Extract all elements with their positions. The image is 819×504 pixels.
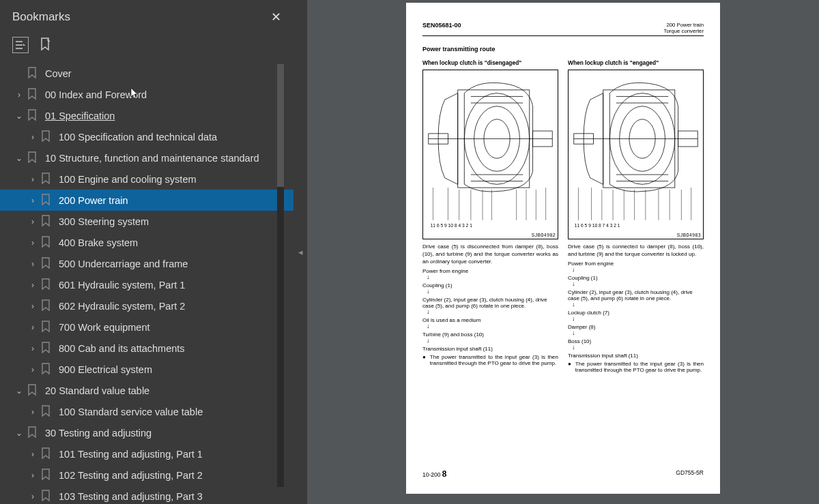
- bookmark-item[interactable]: ⌄20 Standard value table: [0, 380, 293, 401]
- chevron-icon[interactable]: ›: [29, 449, 37, 459]
- right-diagram: 11 6 5 9 10 8 7 4 3 2 1 SJB04983: [568, 70, 704, 239]
- bookmark-icon: [41, 321, 52, 334]
- bookmark-item[interactable]: ›100 Engine and cooling system: [0, 168, 293, 190]
- scrollbar-thumb[interactable]: [277, 64, 284, 187]
- bookmark-item[interactable]: Cover: [0, 63, 293, 84]
- bookmark-label: 500 Undercarriage and frame: [59, 258, 188, 269]
- flow-step: Damper (8): [568, 324, 704, 330]
- bookmark-item[interactable]: ›100 Standard service value table: [0, 401, 293, 422]
- flow-step: Coupling (1): [568, 275, 704, 281]
- page-header: SEN05681-00 200 Power train Torque conve…: [422, 22, 704, 36]
- chevron-icon[interactable]: ›: [29, 259, 37, 269]
- page-footer: 10-200 8 GD755-5R: [422, 469, 704, 479]
- sidebar-toolbar: [0, 33, 293, 60]
- chevron-icon[interactable]: ⌄: [15, 153, 23, 163]
- left-subhead: When lockup clutch is "disengaged": [422, 59, 558, 66]
- bookmark-label: 800 Cab and its attachments: [59, 343, 185, 354]
- chevron-icon[interactable]: ›: [29, 301, 37, 311]
- bookmark-icon: [41, 405, 52, 419]
- bookmark-item[interactable]: ›602 Hydraulic system, Part 2: [0, 295, 293, 316]
- flow-step: Lockup clutch (7): [568, 310, 704, 316]
- chevron-icon[interactable]: ›: [29, 471, 37, 480]
- bookmark-icon: [27, 67, 38, 80]
- chevron-icon[interactable]: ›: [15, 90, 23, 100]
- chevron-icon[interactable]: ›: [29, 280, 37, 290]
- bookmark-icon: [41, 447, 52, 461]
- bookmark-item[interactable]: ⌄01 Specification: [0, 105, 293, 126]
- flow-arrow-icon: ↓: [572, 344, 704, 351]
- bookmark-item[interactable]: ›102 Testing and adjusting, Part 2: [0, 464, 293, 486]
- bookmark-item[interactable]: ›00 Index and Foreword: [0, 84, 293, 105]
- bookmark-item[interactable]: ›400 Brake system: [0, 232, 293, 253]
- bookmark-label: 700 Work equipment: [59, 322, 150, 333]
- bookmark-item[interactable]: ›300 Steering system: [0, 211, 293, 232]
- close-icon[interactable]: ✕: [271, 10, 281, 25]
- flow-arrow-icon: ↓: [427, 323, 558, 329]
- diagram-code: SJB04983: [571, 233, 701, 237]
- bookmark-tree[interactable]: Cover›00 Index and Foreword⌄01 Specifica…: [0, 60, 293, 504]
- bookmark-label: 101 Testing and adjusting, Part 1: [59, 449, 203, 460]
- bookmark-item[interactable]: ›100 Specification and technical data: [0, 126, 293, 147]
- bookmark-icon: [41, 257, 52, 271]
- chevron-icon[interactable]: ›: [29, 344, 37, 353]
- flow-arrow-icon: ↓: [572, 301, 704, 308]
- chevron-icon[interactable]: [15, 69, 23, 78]
- chevron-icon[interactable]: ›: [29, 407, 37, 417]
- bookmark-item[interactable]: ›103 Testing and adjusting, Part 3: [0, 486, 293, 504]
- splitter[interactable]: ◂: [293, 0, 307, 504]
- right-desc: Drive case (5) is connected to damper (8…: [568, 243, 704, 258]
- bookmark-icon: [41, 278, 52, 292]
- flow-arrow-icon: ↓: [427, 309, 558, 315]
- doc-id: SEN05681-00: [422, 22, 461, 34]
- flow-step: Power from engine: [568, 261, 704, 267]
- bookmark-item[interactable]: ›700 Work equipment: [0, 316, 293, 338]
- header-right: 200 Power train Torque converter: [663, 22, 704, 34]
- bookmark-icon: [27, 426, 38, 440]
- chevron-icon[interactable]: ›: [29, 175, 37, 184]
- bookmark-label: 602 Hydraulic system, Part 2: [59, 301, 185, 312]
- flow-arrow-icon: ↓: [572, 330, 704, 336]
- bookmark-current-icon[interactable]: [38, 38, 53, 53]
- chevron-icon[interactable]: ⌄: [15, 111, 23, 121]
- diagram-code: SJB04982: [425, 233, 556, 237]
- bookmark-label: 01 Specification: [45, 110, 115, 121]
- bookmark-label: 100 Engine and cooling system: [59, 174, 197, 185]
- bookmark-item[interactable]: ›900 Electrical system: [0, 359, 293, 380]
- bookmark-item[interactable]: ›601 Hydraulic system, Part 1: [0, 274, 293, 295]
- bookmark-label: 100 Specification and technical data: [59, 132, 217, 143]
- options-icon[interactable]: [12, 37, 29, 53]
- left-diagram: 11 6 5 9 10 8 4 3 2 1 SJB04982: [422, 70, 558, 239]
- left-bullet: ●The power transmitted to the input gear…: [422, 354, 558, 366]
- bookmark-item[interactable]: ⌄30 Testing and adjusting: [0, 422, 293, 443]
- flow-arrow-icon: ↓: [427, 338, 558, 344]
- bookmark-item[interactable]: ›800 Cab and its attachments: [0, 338, 293, 359]
- right-bullet: ●The power transmitted to the input gear…: [568, 361, 704, 373]
- chevron-icon[interactable]: ›: [29, 323, 37, 332]
- flow-step: Transmission input shaft (11): [422, 346, 558, 352]
- chevron-icon[interactable]: ›: [29, 365, 37, 374]
- bookmark-item[interactable]: ›200 Power train: [0, 190, 293, 211]
- bookmark-item[interactable]: ›101 Testing and adjusting, Part 1: [0, 443, 293, 464]
- splitter-handle-icon[interactable]: ◂: [298, 247, 303, 257]
- chevron-icon[interactable]: ⌄: [15, 428, 23, 438]
- chevron-icon[interactable]: ›: [29, 217, 37, 226]
- bookmark-label: 200 Power train: [59, 195, 128, 206]
- right-column: When lockup clutch is "engaged": [568, 59, 704, 373]
- chevron-icon[interactable]: ›: [29, 132, 37, 142]
- section-title: Power transmitting route: [422, 46, 704, 53]
- bookmark-item[interactable]: ›500 Undercarriage and frame: [0, 253, 293, 274]
- bookmark-label: Cover: [45, 68, 72, 79]
- footer-page: 10-200 8: [422, 469, 447, 479]
- chevron-icon[interactable]: ⌄: [15, 386, 23, 396]
- chevron-icon[interactable]: ›: [29, 492, 37, 501]
- bookmark-item[interactable]: ⌄10 Structure, function and maintenance …: [0, 147, 293, 168]
- svg-text:11  6   5   9   10  8         : 11 6 5 9 10 8 4 3 2 1: [431, 223, 472, 228]
- chevron-icon[interactable]: ›: [29, 196, 37, 205]
- bookmark-label: 900 Electrical system: [59, 364, 152, 375]
- flow-step: Transmission input shaft (11): [568, 353, 704, 359]
- torque-converter-diagram-icon: 11 6 5 9 10 8 4 3 2 1: [425, 74, 556, 230]
- document-area[interactable]: SEN05681-00 200 Power train Torque conve…: [307, 0, 819, 504]
- chevron-icon[interactable]: ›: [29, 238, 37, 248]
- bookmark-icon: [41, 490, 52, 503]
- flow-arrow-icon: ↓: [572, 267, 704, 273]
